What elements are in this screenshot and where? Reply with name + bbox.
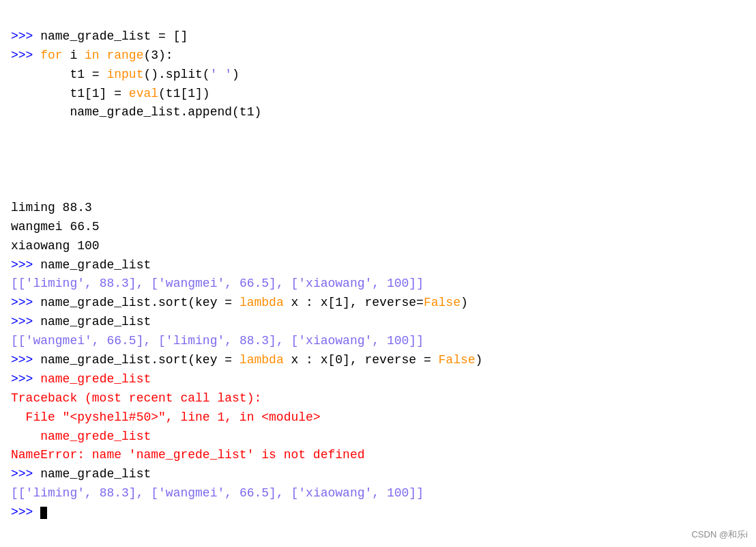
eval-fn: eval — [129, 87, 158, 100]
blank-2 — [11, 160, 745, 180]
var-name-grade: name_grade_list — [40, 258, 151, 272]
cursor — [40, 507, 47, 519]
indent-line-2: t1[1] = — [11, 87, 129, 100]
in-kw: in — [85, 48, 100, 62]
prompt-3: >>> — [11, 258, 40, 272]
list-output-3: [['liming', 88.3], ['wangmei', 66.5], ['… — [11, 486, 424, 500]
watermark: CSDN @和乐i — [691, 528, 748, 542]
output-wangmei: wangmei 66.5 — [11, 220, 100, 234]
var-name-grade-3: name_grade_list — [40, 467, 151, 481]
prompt-4: >>> — [11, 296, 40, 309]
python-shell-output: >>> name_grade_list = [] >>> for i in ra… — [11, 8, 745, 522]
traceback-var: name_grede_list — [11, 430, 151, 443]
prompt-5: >>> — [11, 315, 40, 328]
indent-line-1: t1 = — [11, 68, 106, 81]
var-name-grade-2: name_grade_list — [40, 315, 151, 328]
output-xiaowang: xiaowang 100 — [11, 239, 100, 253]
input-fn: input — [106, 68, 143, 81]
prompt-7: >>> — [11, 372, 40, 386]
prompt-6: >>> — [11, 353, 40, 367]
prompt-9: >>> — [11, 505, 40, 519]
nameerror-line: NameError: name 'name_grede_list' is not… — [11, 448, 364, 462]
prompt-1: >>> — [11, 29, 40, 43]
list-output-1: [['liming', 88.3], ['wangmei', 66.5], ['… — [11, 277, 424, 290]
for-kw: for — [40, 48, 62, 62]
list-output-2: [['wangmei', 66.5], ['liming', 88.3], ['… — [11, 334, 424, 348]
output-liming: liming 88.3 — [11, 201, 92, 214]
var-name-grede: name_grede_list — [40, 372, 151, 386]
prompt-8: >>> — [11, 467, 40, 481]
blank-1 — [11, 122, 745, 141]
indent-line-3: name_grade_list. — [11, 105, 188, 119]
line-1: name_grade_list = [] — [40, 29, 188, 43]
prompt-2: >>> — [11, 48, 40, 62]
traceback-header: Traceback (most recent call last): — [11, 391, 261, 405]
traceback-file: File "<pyshell#50>", line 1, in <module> — [11, 410, 321, 424]
range-fn: range — [106, 48, 143, 62]
